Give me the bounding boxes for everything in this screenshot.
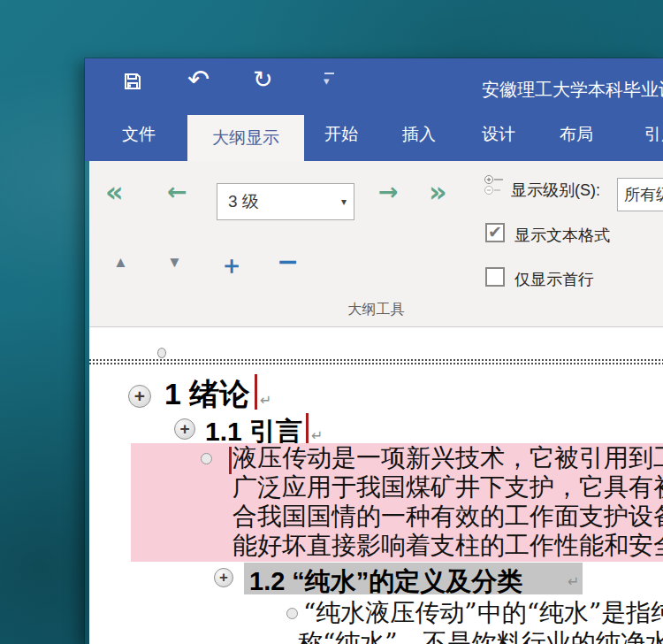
page-break-line: [89, 363, 663, 364]
show-text-format-checkbox[interactable]: ✔: [485, 223, 505, 242]
ribbon-tab-bar: 文件 大纲显示 开始 插入 设计 布局 引用: [85, 108, 663, 161]
paragraph-line[interactable]: 称“纯水”，不是饮料行业的纯净水: [298, 628, 663, 644]
paragraph-line[interactable]: 合我国国情的一种有效的工作面支护设备。三: [232, 502, 663, 531]
word-window: ↶ ↻ ▾ 安徽理工大学本科毕业设 文件 大纲显示 开始 插入 设计 布局 引用…: [85, 58, 663, 644]
paragraph-line[interactable]: “纯水液压传动”中的“纯水”是指纯: [303, 598, 663, 628]
outline-tools-group-label: 大纲工具: [89, 301, 663, 319]
collapse-button[interactable]: −: [277, 246, 299, 277]
show-level-icon: [484, 173, 505, 198]
tab-home[interactable]: 开始: [324, 108, 358, 161]
move-down-button[interactable]: ▼: [167, 254, 182, 272]
show-level-value: 所有级: [624, 184, 663, 205]
paragraph-mark: ↵: [568, 573, 579, 590]
paragraph-mark: ↵: [260, 392, 271, 409]
ribbon-outline-tools: « ← 3 级 ▾ → » ▲ ▼ ＋ − 显示级别(S): 所有级: [89, 161, 663, 327]
tab-references[interactable]: 引用: [644, 108, 663, 161]
page-break-line: [89, 359, 663, 361]
show-level-label: 显示级别(S):: [511, 180, 600, 201]
promote-button[interactable]: ←: [167, 178, 187, 205]
demote-to-body-button[interactable]: »: [429, 175, 447, 209]
move-up-button[interactable]: ▲: [113, 254, 128, 272]
paragraph-mark: ↵: [311, 427, 323, 444]
demote-button[interactable]: →: [378, 178, 399, 205]
tab-layout[interactable]: 布局: [560, 108, 593, 161]
outline-plus-icon-h2[interactable]: +: [174, 418, 195, 440]
paragraph-line[interactable]: 液压传动是一项新兴技术，它被引用到工业领: [232, 443, 663, 472]
body-paragraph-highlighted[interactable]: 液压传动是一项新兴技术，它被引用到工业领 广泛应用于我国煤矿井下支护，它具有初撑…: [131, 443, 663, 562]
outline-level-dropdown[interactable]: 3 级 ▾: [217, 183, 354, 220]
body-text-marker-icon[interactable]: [201, 453, 212, 464]
outline-plus-icon-h1[interactable]: +: [128, 385, 151, 408]
save-icon[interactable]: [124, 73, 141, 90]
text-cursor: [306, 413, 309, 444]
paragraph-line[interactable]: 能好坏直接影响着支柱的工作性能和安全性。: [232, 531, 663, 560]
document-outline-area[interactable]: + 1 绪论 ↵ + 1.1 引言 ↵ 液压传动是一项新兴技术，它被引用到工业领…: [89, 327, 663, 644]
check-icon: ✔: [488, 222, 502, 242]
undo-icon[interactable]: ↶: [187, 64, 210, 95]
body-text-marker-icon[interactable]: [286, 608, 298, 619]
outline-plus-icon-h3[interactable]: +: [214, 568, 233, 587]
text-cursor: [229, 447, 232, 474]
show-level-dropdown[interactable]: 所有级: [617, 178, 663, 211]
chevron-down-icon: ▾: [341, 196, 347, 208]
title-bar: ↶ ↻ ▾ 安徽理工大学本科毕业设: [85, 58, 663, 108]
tab-insert[interactable]: 插入: [402, 108, 436, 161]
desktop: ↶ ↻ ▾ 安徽理工大学本科毕业设 文件 大纲显示 开始 插入 设计 布局 引用…: [0, 0, 663, 644]
text-cursor: [255, 374, 257, 410]
expand-button[interactable]: ＋: [219, 249, 244, 282]
tab-outline-view[interactable]: 大纲显示: [212, 115, 279, 161]
outline-level-value: 3 级: [228, 190, 259, 213]
heading3-text[interactable]: 1.2 “纯水”的定义及分类: [249, 564, 522, 600]
show-text-format-label: 显示文本格式: [514, 225, 610, 246]
first-line-only-label: 仅显示首行: [514, 269, 594, 290]
collapsed-body-marker-icon[interactable]: [157, 348, 166, 358]
heading1-text[interactable]: 1 绪论: [164, 374, 249, 415]
redo-icon[interactable]: ↻: [253, 65, 273, 94]
first-line-only-checkbox[interactable]: [485, 267, 505, 287]
heading3-highlight[interactable]: 1.2 “纯水”的定义及分类 ↵: [244, 563, 583, 594]
customize-qat-icon[interactable]: ▾: [324, 74, 330, 88]
promote-to-heading1-button[interactable]: «: [105, 175, 124, 209]
window-title: 安徽理工大学本科毕业设: [482, 78, 663, 102]
tab-file[interactable]: 文件: [122, 108, 156, 161]
tab-design[interactable]: 设计: [482, 108, 515, 161]
paragraph-line[interactable]: 广泛应用于我国煤矿井下支护，它具有初撑力: [232, 472, 663, 502]
